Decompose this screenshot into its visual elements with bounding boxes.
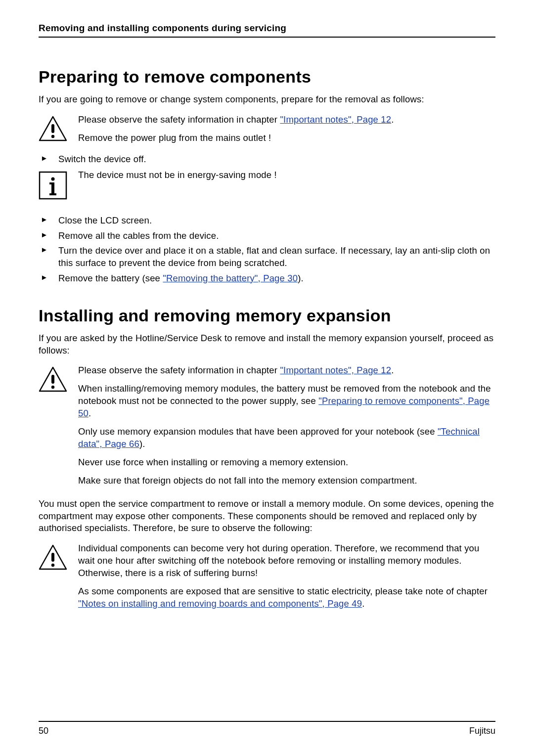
svg-rect-1 [51,124,54,133]
info-line: The device must not be in energy-saving … [78,169,495,181]
svg-rect-6 [49,182,53,184]
w3p2-pre: As some components are exposed that are … [78,586,488,596]
warning-block-2: Please observe the safety information in… [39,364,495,487]
link-important-notes-12[interactable]: "Important notes", Page 12 [280,114,391,125]
footer-rule [39,721,495,722]
svg-rect-12 [51,553,54,562]
w3p2-post: . [362,598,364,609]
header-rule [39,37,495,38]
step-close-lcd: Close the LCD screen. [39,215,495,227]
warn1-line2: Remove the power plug from the mains out… [78,132,495,144]
page-header: Removing and installing components durin… [39,23,495,38]
warning2-content: Please observe the safety information in… [78,364,495,487]
info1-content: The device must not be in energy-saving … [78,169,495,200]
section2-body-para: You must open the service compartment to… [39,498,495,534]
w2p4: Never use force when installing or remov… [78,456,495,469]
w2p2-post: . [89,408,91,418]
steps-list-1b: Close the LCD screen. Remove all the cab… [39,215,495,284]
warn1-pre: Please observe the safety information in… [78,114,280,125]
step5-post: ). [298,273,304,283]
w3p1: Individual components can become very ho… [78,542,495,579]
warning-block-1: Please observe the safety information in… [39,114,495,144]
warning-icon [39,542,78,610]
svg-rect-9 [51,375,54,384]
warn1-post: . [391,114,394,125]
w2p3-post: ). [139,439,145,449]
steps-list-1a: Switch the device off. [39,153,495,166]
section1-intro: If you are going to remove or change sys… [39,93,495,106]
section2-heading: Installing and removing memory expansion [39,306,495,325]
step-remove-battery: Remove the battery (see "Removing the ba… [39,272,495,285]
w2p3-pre: Only use memory expansion modules that h… [78,426,438,437]
svg-point-13 [51,564,54,567]
warning3-content: Individual components can become very ho… [78,542,495,610]
svg-point-10 [51,386,54,389]
step-turn-device-over: Turn the device over and place it on a s… [39,245,495,269]
w2p5: Make sure that foreign objects do not fa… [78,475,495,487]
warning1-content: Please observe the safety information in… [78,114,495,144]
link-notes-boards-49[interactable]: "Notes on installing and removing boards… [78,598,362,609]
step5-pre: Remove the battery (see [58,273,163,283]
info-block-1: The device must not be in energy-saving … [39,169,495,200]
link-removing-battery-30[interactable]: "Removing the battery", Page 30 [163,273,298,283]
info-icon [39,169,78,200]
warning-icon [39,114,78,144]
header-title: Removing and installing components durin… [39,23,495,34]
section2-intro: If you are asked by the Hotline/Service … [39,332,495,356]
link-important-notes-12b[interactable]: "Important notes", Page 12 [280,365,391,375]
svg-point-2 [51,134,54,137]
w2p1-pre: Please observe the safety information in… [78,365,280,375]
page-number: 50 [39,726,48,736]
w2p1-post: . [391,365,394,375]
step-switch-off: Switch the device off. [39,153,495,166]
section1-heading: Preparing to remove components [39,67,495,87]
svg-rect-7 [49,193,56,195]
page: Removing and installing components durin… [0,0,534,756]
step-remove-cables: Remove all the cables from the device. [39,230,495,242]
svg-point-4 [51,178,55,181]
page-footer: 50 Fujitsu [39,721,495,736]
brand-name: Fujitsu [469,726,495,736]
warning-icon [39,364,78,487]
warning-block-3: Individual components can become very ho… [39,542,495,610]
